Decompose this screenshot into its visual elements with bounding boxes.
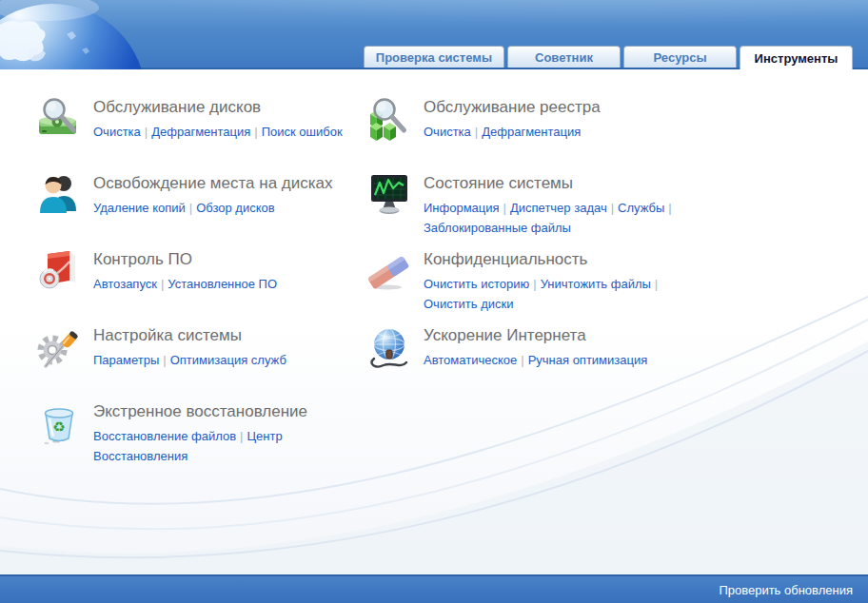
link-separator: | xyxy=(189,201,192,215)
category-title: Экстренное восстановление xyxy=(93,402,360,421)
category-links: Параметры|Оптимизация служб xyxy=(93,351,286,370)
category-link[interactable]: Ручная оптимизация xyxy=(528,353,648,367)
category-title: Освобождение места на дисках xyxy=(93,174,333,193)
category-title: Обслуживание реестра xyxy=(424,98,601,117)
category-link[interactable]: Восстановление файлов xyxy=(93,429,236,443)
category-title: Состояние системы xyxy=(424,174,690,193)
category-links: Автоматическое|Ручная оптимизация xyxy=(424,351,647,370)
category-links: Удаление копий|Обзор дисков xyxy=(93,199,333,218)
category-link[interactable]: Дефрагментация xyxy=(482,125,581,139)
category-link[interactable]: Автоматическое xyxy=(424,353,517,367)
category-links: Очистить историю|Уничтожить файлы|Очисти… xyxy=(424,275,690,313)
svg-text:♻: ♻ xyxy=(52,418,65,436)
category-system-settings: Настройка системыПараметры|Оптимизация с… xyxy=(36,323,366,399)
category-link[interactable]: Очистить диски xyxy=(424,297,514,311)
category-link[interactable]: Обзор дисков xyxy=(196,201,274,215)
tab-resources[interactable]: Ресурсы xyxy=(623,46,737,68)
tab-advisor[interactable]: Советник xyxy=(507,46,621,68)
check-updates-link[interactable]: Проверить обновления xyxy=(719,583,853,597)
tab-system-check[interactable]: Проверка системы xyxy=(364,46,504,68)
category-link[interactable]: Диспетчер задач xyxy=(510,201,607,215)
category-title: Настройка системы xyxy=(93,326,286,345)
eraser-icon xyxy=(366,247,412,293)
category-grid: Обслуживание дисковОчистка|Дефрагментаци… xyxy=(0,69,868,476)
header: Проверка системыСоветникРесурсыИнструмен… xyxy=(0,0,868,69)
category-disk-maintenance: Обслуживание дисковОчистка|Дефрагментаци… xyxy=(36,95,366,171)
category-internet-acceleration: Ускорение ИнтернетаАвтоматическое|Ручная… xyxy=(366,323,709,399)
link-separator: | xyxy=(475,125,478,139)
globe-logo xyxy=(0,0,152,69)
category-link[interactable]: Дефрагментация xyxy=(151,125,250,139)
link-separator: | xyxy=(521,353,523,367)
category-link[interactable]: Очистка xyxy=(424,125,471,139)
link-separator: | xyxy=(668,201,671,215)
duplicate-users-icon xyxy=(36,171,82,217)
globe-cable-icon xyxy=(366,323,412,369)
link-separator: | xyxy=(240,429,243,443)
app-window: Проверка системыСоветникРесурсыИнструмен… xyxy=(0,0,868,603)
software-box-icon xyxy=(36,247,82,293)
link-separator: | xyxy=(145,125,148,139)
category-title: Ускорение Интернета xyxy=(424,326,647,345)
category-emergency-recovery: ♻Экстренное восстановлениеВосстановление… xyxy=(36,399,366,476)
category-link[interactable]: Поиск ошибок xyxy=(262,125,343,139)
category-links: Восстановление файлов|Центр Восстановлен… xyxy=(93,427,360,465)
category-link[interactable]: Оптимизация служб xyxy=(170,353,286,367)
category-link[interactable]: Информация xyxy=(424,201,500,215)
link-separator: | xyxy=(254,125,257,139)
category-link[interactable]: Параметры xyxy=(93,353,159,367)
category-link[interactable]: Установленное ПО xyxy=(168,277,277,291)
link-separator: | xyxy=(161,277,164,291)
monitor-graph-icon xyxy=(366,171,412,217)
tab-bar: Проверка системыСоветникРесурсыИнструмен… xyxy=(364,46,853,68)
category-links: Информация|Диспетчер задач|Службы|Заблок… xyxy=(424,199,690,237)
category-privacy: КонфиденциальностьОчистить историю|Уничт… xyxy=(366,247,709,323)
category-title: Конфиденциальность xyxy=(424,250,690,269)
category-link[interactable]: Заблокированные файлы xyxy=(424,221,571,235)
category-free-disk-space: Освобождение места на дискахУдаление коп… xyxy=(36,171,366,247)
category-links: Очистка|Дефрагментация|Поиск ошибок xyxy=(93,123,343,142)
category-link[interactable]: Уничтожить файлы xyxy=(541,277,651,291)
category-link[interactable]: Службы xyxy=(618,201,664,215)
footer: Проверить обновления xyxy=(0,574,868,603)
category-link[interactable]: Автозапуск xyxy=(93,277,157,291)
recycle-bin-icon: ♻ xyxy=(36,399,82,445)
category-title: Обслуживание дисков xyxy=(93,98,343,117)
category-software-control: Контроль ПОАвтозапуск|Установленное ПО xyxy=(36,247,366,323)
gear-screwdriver-icon xyxy=(36,323,82,369)
link-separator: | xyxy=(163,353,166,367)
disk-magnifier-icon xyxy=(36,95,82,141)
registry-magnifier-icon xyxy=(366,95,412,141)
category-link[interactable]: Очистка xyxy=(93,125,141,139)
category-links: Очистка|Дефрагментация xyxy=(424,123,601,142)
link-separator: | xyxy=(611,201,614,215)
category-title: Контроль ПО xyxy=(93,250,277,269)
category-links: Автозапуск|Установленное ПО xyxy=(93,275,277,294)
tab-tools[interactable]: Инструменты xyxy=(740,46,853,69)
category-system-status: Состояние системыИнформация|Диспетчер за… xyxy=(366,171,709,247)
category-link[interactable]: Очистить историю xyxy=(424,277,529,291)
link-separator: | xyxy=(533,277,536,291)
category-link[interactable]: Удаление копий xyxy=(93,201,186,215)
category-registry-maintenance: Обслуживание реестраОчистка|Дефрагментац… xyxy=(366,95,709,171)
link-separator: | xyxy=(503,201,506,215)
link-separator: | xyxy=(655,277,658,291)
content-area: Обслуживание дисковОчистка|Дефрагментаци… xyxy=(0,69,868,574)
